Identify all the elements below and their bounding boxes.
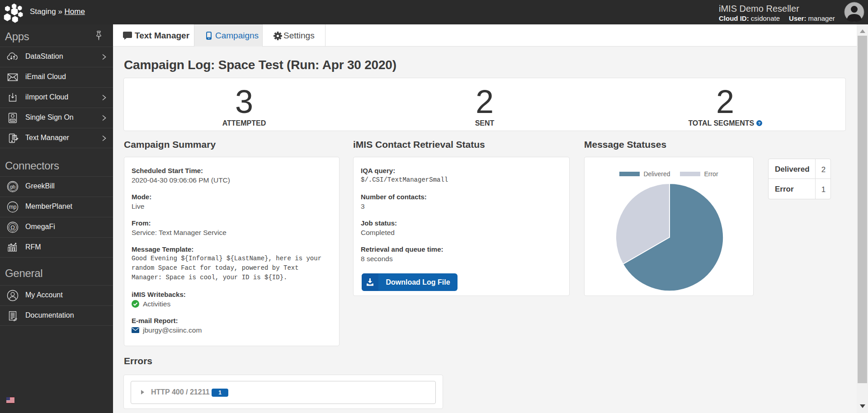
svg-text:?: ? (758, 121, 760, 126)
svg-text:mp: mp (9, 204, 17, 210)
svg-text:gb: gb (10, 184, 15, 189)
svg-text:Ω: Ω (10, 224, 15, 231)
